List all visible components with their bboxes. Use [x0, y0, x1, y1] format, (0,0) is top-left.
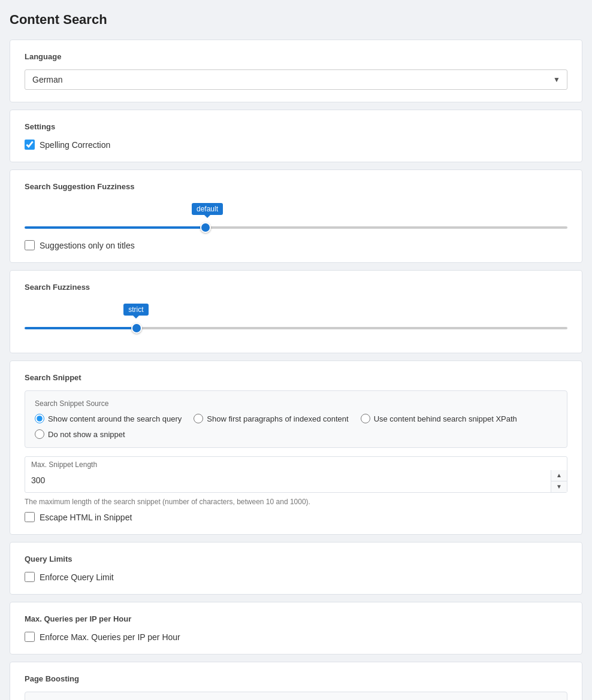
- spelling-correction-row[interactable]: Spelling Correction: [25, 140, 567, 150]
- snippet-source-around-label: Show content around the search query: [48, 414, 182, 423]
- language-select-wrapper: German English French Spanish Italian ▼: [25, 69, 567, 90]
- max-snippet-length-input[interactable]: [25, 473, 551, 490]
- snippet-source-first-row[interactable]: Show first paragraphs of indexed content: [194, 414, 348, 423]
- page-boosting-box: Page Boosting None Use numeric data poin…: [25, 692, 567, 700]
- snippet-source-first-label: Show first paragraphs of indexed content: [207, 414, 348, 423]
- suggestion-fuzziness-tooltip: default: [192, 203, 223, 215]
- fuzziness-tooltip: strict: [123, 304, 148, 316]
- snippet-source-xpath-row[interactable]: Use content behind search snippet XPath: [361, 414, 517, 423]
- stepper-up-button[interactable]: ▲: [551, 470, 567, 481]
- enforce-max-queries-label: Enforce Max. Queries per IP per Hour: [40, 632, 180, 642]
- search-fuzziness-section: Search Fuzziness strict: [10, 270, 582, 353]
- snippet-source-xpath-radio[interactable]: [361, 414, 370, 423]
- suggestion-fuzziness-slider-wrapper: default: [25, 199, 567, 231]
- fuzziness-slider-container: strict: [25, 322, 567, 331]
- snippet-source-none-radio[interactable]: [35, 429, 44, 439]
- suggestions-only-on-titles-row[interactable]: Suggestions only on titles: [25, 240, 567, 250]
- enforce-max-queries-checkbox[interactable]: [25, 632, 35, 642]
- snippet-source-xpath-label: Use content behind search snippet XPath: [374, 414, 517, 423]
- snippet-source-none-row[interactable]: Do not show a snippet: [35, 429, 125, 439]
- max-queries-per-ip-section: Max. Queries per IP per Hour Enforce Max…: [10, 602, 582, 654]
- search-snippet-label: Search Snippet: [25, 373, 567, 382]
- snippet-source-around-row[interactable]: Show content around the search query: [35, 414, 182, 423]
- search-fuzziness-label: Search Fuzziness: [25, 283, 567, 292]
- enforce-max-queries-row[interactable]: Enforce Max. Queries per IP per Hour: [25, 632, 567, 642]
- snippet-source-around-radio[interactable]: [35, 414, 44, 423]
- suggestion-fuzziness-slider[interactable]: [25, 226, 567, 229]
- max-snippet-stepper: ▲ ▼: [551, 470, 567, 492]
- max-snippet-hint: The maximum length of the search snippet…: [25, 498, 567, 506]
- escape-html-checkbox[interactable]: [25, 512, 35, 522]
- search-suggestion-fuzziness-section: Search Suggestion Fuzziness default Sugg…: [10, 169, 582, 263]
- max-snippet-length-box: Max. Snippet Length ▲ ▼: [25, 456, 567, 493]
- suggestions-only-on-titles-checkbox[interactable]: [25, 240, 35, 250]
- spelling-correction-label: Spelling Correction: [40, 140, 110, 150]
- page-boosting-label: Page Boosting: [25, 674, 567, 683]
- search-suggestion-fuzziness-label: Search Suggestion Fuzziness: [25, 182, 567, 191]
- escape-html-row[interactable]: Escape HTML in Snippet: [25, 512, 567, 522]
- language-label: Language: [25, 52, 567, 61]
- enforce-query-limit-row[interactable]: Enforce Query Limit: [25, 572, 567, 582]
- language-section: Language German English French Spanish I…: [10, 40, 582, 102]
- fuzziness-slider-wrapper: strict: [25, 300, 567, 331]
- snippet-source-box: Search Snippet Source Show content aroun…: [25, 390, 567, 448]
- max-snippet-input-row: ▲ ▼: [25, 470, 567, 492]
- escape-html-label: Escape HTML in Snippet: [40, 513, 132, 522]
- language-select[interactable]: German English French Spanish Italian: [25, 69, 567, 90]
- settings-section: Settings Spelling Correction: [10, 110, 582, 162]
- settings-label: Settings: [25, 122, 567, 131]
- page-boosting-section: Page Boosting Page Boosting None Use num…: [10, 662, 582, 700]
- max-snippet-length-label: Max. Snippet Length: [25, 457, 567, 470]
- snippet-source-radio-group: Show content around the search query Sho…: [35, 414, 557, 439]
- snippet-source-title: Search Snippet Source: [35, 399, 557, 408]
- page-title: Content Search: [10, 12, 582, 28]
- snippet-source-none-label: Do not show a snippet: [48, 430, 125, 439]
- suggestion-fuzziness-slider-container: default: [25, 221, 567, 231]
- spelling-correction-checkbox[interactable]: [25, 140, 35, 150]
- fuzziness-slider[interactable]: [25, 327, 567, 329]
- query-limits-section: Query Limits Enforce Query Limit: [10, 542, 582, 595]
- max-queries-per-ip-label: Max. Queries per IP per Hour: [25, 614, 567, 623]
- search-snippet-section: Search Snippet Search Snippet Source Sho…: [10, 360, 582, 535]
- enforce-query-limit-label: Enforce Query Limit: [40, 572, 114, 582]
- snippet-source-first-radio[interactable]: [194, 414, 203, 423]
- stepper-down-button[interactable]: ▼: [551, 481, 567, 492]
- enforce-query-limit-checkbox[interactable]: [25, 572, 35, 582]
- suggestions-only-on-titles-label: Suggestions only on titles: [40, 241, 135, 250]
- query-limits-label: Query Limits: [25, 554, 567, 563]
